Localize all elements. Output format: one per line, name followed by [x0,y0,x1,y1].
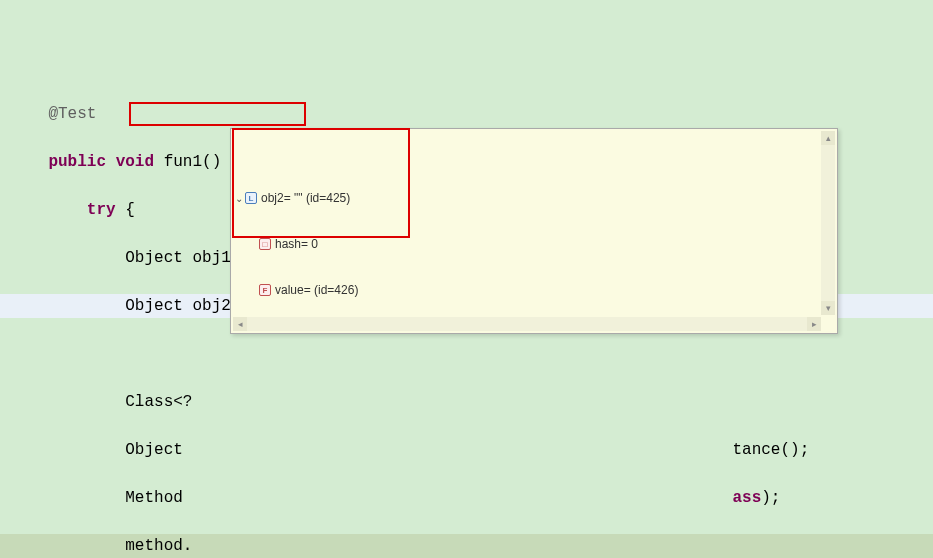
tree-node-value[interactable]: F value= (id=426) [233,281,835,299]
tree-node-label: hash= 0 [275,237,318,251]
vertical-scrollbar[interactable]: ▴ ▾ [821,131,835,315]
variable-tree[interactable]: ⌄ L obj2= "" (id=425) □ hash= 0 F value=… [231,157,837,327]
scroll-down-icon[interactable]: ▾ [821,301,835,315]
horizontal-scrollbar[interactable]: ◂ ▸ [233,317,821,331]
annotation-test: @Test [10,105,96,123]
tree-node-label: value= (id=426) [275,283,358,297]
tree-node-label: obj2= "" (id=425) [261,191,350,205]
tree-node-root[interactable]: ⌄ L obj2= "" (id=425) [233,189,835,207]
final-field-icon: F [259,284,271,296]
scroll-left-icon[interactable]: ◂ [233,317,247,331]
local-variable-icon: L [245,192,257,204]
field-icon: □ [259,238,271,250]
scroll-up-icon[interactable]: ▴ [821,131,835,145]
debug-inspect-tooltip[interactable]: ⌄ L obj2= "" (id=425) □ hash= 0 F value=… [230,128,838,334]
tree-node-hash[interactable]: □ hash= 0 [233,235,835,253]
warning-line: method. [0,534,933,558]
scroll-right-icon[interactable]: ▸ [807,317,821,331]
expand-toggle-icon[interactable]: ⌄ [233,193,245,204]
